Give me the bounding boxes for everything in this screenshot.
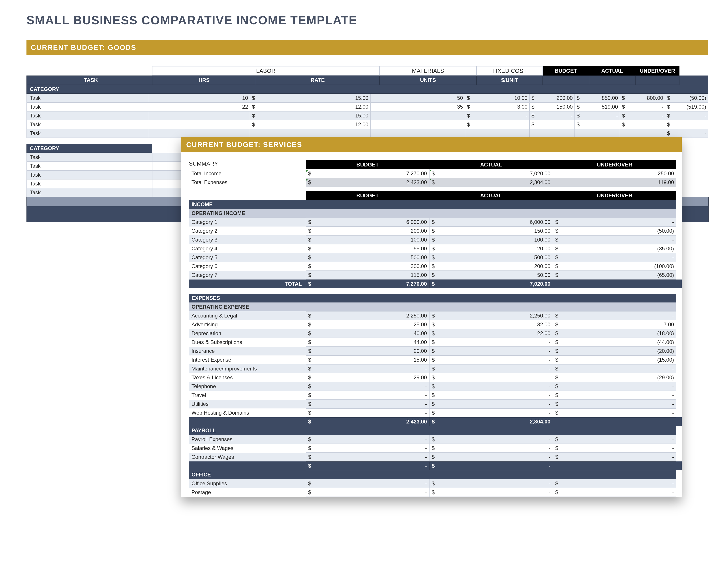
row-budget[interactable]: $- xyxy=(306,479,429,488)
row-actual[interactable]: $- xyxy=(429,364,553,373)
table-cell[interactable]: 50 xyxy=(370,94,465,102)
total-income-actual[interactable]: $7,020.00 xyxy=(429,169,553,178)
table-cell[interactable] xyxy=(149,120,250,129)
row-actual[interactable]: $- xyxy=(429,338,553,347)
row-actual[interactable]: $- xyxy=(429,373,553,382)
row-actual[interactable]: $- xyxy=(429,382,553,391)
row-uo[interactable]: $(18.00) xyxy=(553,329,676,338)
total-income-budget[interactable]: $7,270.00 xyxy=(306,169,429,178)
row-actual[interactable]: $200.00 xyxy=(429,262,553,271)
row-budget[interactable]: $- xyxy=(306,453,429,461)
table-cell[interactable]: $- xyxy=(620,102,665,111)
row-budget[interactable]: $15.00 xyxy=(306,356,429,364)
row-uo[interactable]: $- xyxy=(553,364,676,373)
task-label[interactable]: Task xyxy=(26,179,152,188)
row-uo[interactable]: $- xyxy=(553,488,676,497)
table-cell[interactable] xyxy=(370,120,465,129)
row-actual[interactable]: $- xyxy=(429,479,553,488)
table-cell[interactable]: $150.00 xyxy=(529,102,575,111)
row-budget[interactable]: $55.00 xyxy=(306,244,429,253)
table-cell[interactable]: $10.00 xyxy=(465,94,529,102)
table-cell[interactable]: $- xyxy=(529,111,575,120)
row-uo[interactable]: $(50.00) xyxy=(553,226,676,235)
row-uo[interactable]: $- xyxy=(553,453,676,461)
table-cell[interactable]: 10 xyxy=(149,94,250,102)
row-uo[interactable]: $- xyxy=(553,435,676,444)
table-cell[interactable]: $800.00 xyxy=(620,94,665,102)
table-cell[interactable] xyxy=(370,111,465,120)
row-actual[interactable]: $- xyxy=(429,356,553,364)
row-uo[interactable]: $- xyxy=(553,235,676,244)
table-cell[interactable]: $12.00 xyxy=(250,120,370,129)
table-cell[interactable]: $- xyxy=(465,111,529,120)
task-label[interactable]: Task xyxy=(26,94,149,102)
table-cell[interactable]: $- xyxy=(620,111,665,120)
row-budget[interactable]: $300.00 xyxy=(306,262,429,271)
row-uo[interactable]: $- xyxy=(553,218,676,226)
table-cell[interactable]: $- xyxy=(575,120,620,129)
total-expenses-budget[interactable]: $2,423.00 xyxy=(306,178,429,187)
row-actual[interactable]: $50.00 xyxy=(429,271,553,279)
row-actual[interactable]: $20.00 xyxy=(429,244,553,253)
row-actual[interactable]: $- xyxy=(429,409,553,417)
row-actual[interactable]: $- xyxy=(429,488,553,497)
row-budget[interactable]: $- xyxy=(306,435,429,444)
row-budget[interactable]: $2,250.00 xyxy=(306,311,429,320)
row-budget[interactable]: $25.00 xyxy=(306,320,429,329)
total-income-uo[interactable]: 250.00 xyxy=(553,169,676,178)
task-label[interactable]: Task xyxy=(26,120,149,129)
row-uo[interactable]: $(35.00) xyxy=(553,244,676,253)
row-uo[interactable]: $(29.00) xyxy=(553,373,676,382)
table-cell[interactable]: $3.00 xyxy=(465,102,529,111)
table-cell[interactable]: $- xyxy=(575,111,620,120)
row-budget[interactable]: $40.00 xyxy=(306,329,429,338)
row-uo[interactable]: $- xyxy=(553,253,676,262)
row-uo[interactable]: $(44.00) xyxy=(553,338,676,347)
task-label[interactable]: Task xyxy=(26,111,149,120)
row-budget[interactable]: $- xyxy=(306,382,429,391)
row-budget[interactable]: $29.00 xyxy=(306,373,429,382)
row-budget[interactable]: $44.00 xyxy=(306,338,429,347)
row-uo[interactable]: $- xyxy=(553,400,676,409)
row-actual[interactable]: $32.00 xyxy=(429,320,553,329)
task-label[interactable]: Task xyxy=(26,170,152,179)
row-actual[interactable]: $100.00 xyxy=(429,235,553,244)
row-budget[interactable]: $- xyxy=(306,364,429,373)
row-uo[interactable]: $- xyxy=(553,479,676,488)
table-cell[interactable]: $850.00 xyxy=(575,94,620,102)
row-uo[interactable]: $7.00 xyxy=(553,320,676,329)
table-cell[interactable] xyxy=(529,129,575,138)
table-cell[interactable] xyxy=(370,129,465,138)
table-cell[interactable] xyxy=(575,129,620,138)
row-uo[interactable]: $(20.00) xyxy=(553,347,676,356)
table-cell[interactable]: $- xyxy=(620,120,665,129)
table-cell[interactable]: $- xyxy=(529,120,575,129)
table-cell[interactable]: $- xyxy=(665,129,708,138)
task-label[interactable]: Task xyxy=(26,162,152,170)
row-budget[interactable]: $200.00 xyxy=(306,226,429,235)
task-label[interactable]: Task xyxy=(26,102,149,111)
table-cell[interactable]: $200.00 xyxy=(529,94,575,102)
table-cell[interactable]: $12.00 xyxy=(250,102,370,111)
row-budget[interactable]: $- xyxy=(306,488,429,497)
row-uo[interactable]: $- xyxy=(553,382,676,391)
row-budget[interactable]: $- xyxy=(306,391,429,400)
row-actual[interactable]: $2,250.00 xyxy=(429,311,553,320)
row-actual[interactable]: $6,000.00 xyxy=(429,218,553,226)
row-uo[interactable]: $- xyxy=(553,391,676,400)
table-cell[interactable]: 35 xyxy=(370,102,465,111)
row-uo[interactable]: $- xyxy=(553,409,676,417)
row-actual[interactable]: $500.00 xyxy=(429,253,553,262)
table-cell[interactable]: $- xyxy=(665,120,708,129)
row-budget[interactable]: $500.00 xyxy=(306,253,429,262)
row-uo[interactable]: $(100.00) xyxy=(553,262,676,271)
row-actual[interactable]: $22.00 xyxy=(429,329,553,338)
row-actual[interactable]: $150.00 xyxy=(429,226,553,235)
row-budget[interactable]: $115.00 xyxy=(306,271,429,279)
task-label[interactable]: Task xyxy=(26,129,149,138)
row-actual[interactable]: $- xyxy=(429,453,553,461)
table-cell[interactable] xyxy=(149,111,250,120)
row-uo[interactable]: $- xyxy=(553,311,676,320)
table-cell[interactable]: $15.00 xyxy=(250,111,370,120)
table-cell[interactable]: $15.00 xyxy=(250,94,370,102)
